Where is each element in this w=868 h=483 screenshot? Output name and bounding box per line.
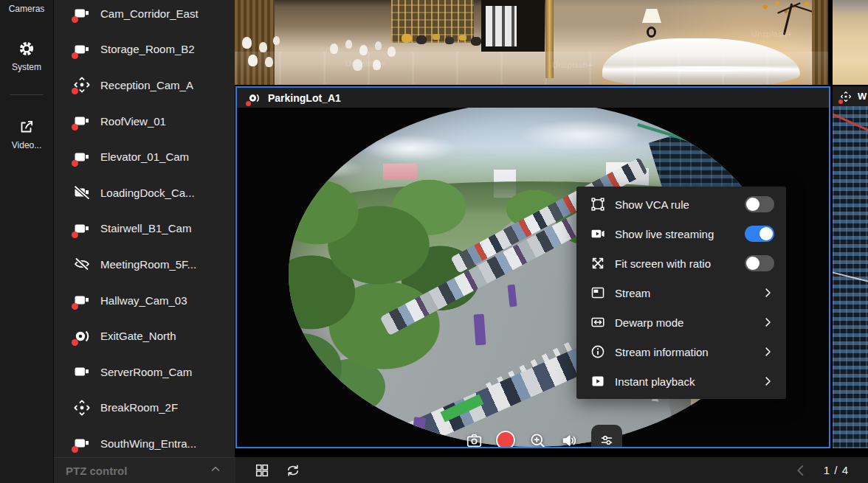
ptz-control-header[interactable]: PTZ control — [54, 457, 235, 483]
ptz-control-label: PTZ control — [66, 465, 127, 477]
menu-item-stream[interactable]: Stream — [576, 278, 786, 307]
cam-off-icon — [73, 184, 91, 201]
rail-item-video-export[interactable]: Video... — [0, 118, 53, 150]
camera-list-item-southwing-entra[interactable]: SouthWing_Entra... — [54, 425, 235, 459]
rail-item-system[interactable]: System — [0, 40, 53, 72]
toggle-off-show-vca-rule[interactable] — [745, 196, 774, 212]
stream-settings-button[interactable] — [591, 425, 622, 447]
stock-watermark: Unsplash+ — [340, 411, 381, 420]
camera-list-item-cam-corridor-east[interactable]: Cam_Corridor_East — [54, 0, 235, 32]
cam-icon — [73, 363, 91, 381]
menu-item-stream-information[interactable]: Stream information — [576, 337, 786, 366]
menu-item-dewarp-mode[interactable]: Dewarp mode — [576, 307, 786, 337]
live-dot — [72, 339, 78, 346]
live-dot — [72, 124, 78, 131]
tile-title: W — [858, 91, 867, 102]
grid-layout-button[interactable] — [254, 462, 270, 479]
camera-list-item-hallway-cam-03[interactable]: Hallway_Cam_03 — [54, 282, 235, 319]
camera-list-item-stairwell-b1-cam[interactable]: Stairwell_B1_Cam — [54, 211, 235, 247]
fisheye-icon — [73, 327, 91, 345]
ptz-icon — [73, 76, 91, 94]
toggle-knob — [746, 257, 760, 270]
rail-cameras-label: Cameras — [9, 4, 45, 14]
chevron-right-icon[interactable] — [761, 286, 774, 299]
ptz-icon — [73, 399, 91, 417]
lobby-lounge-chairs — [402, 34, 412, 43]
cam-icon — [73, 4, 91, 22]
video-tile-right-sliver[interactable]: W — [833, 86, 868, 448]
cam-icon — [73, 41, 91, 58]
menu-item-fit-screen-with-ratio[interactable]: Fit screen with ratio — [576, 249, 786, 278]
toggle-off-fit-screen-with-ratio[interactable] — [745, 255, 774, 271]
rail-system-label: System — [12, 62, 41, 72]
audio-button[interactable] — [559, 431, 579, 447]
rail-divider — [10, 94, 44, 95]
toggle-knob — [760, 227, 773, 240]
menu-item-instant-playback[interactable]: Instant playback — [576, 366, 786, 396]
tile-title: ParkingLot_A1 — [268, 92, 341, 104]
cam-icon — [73, 148, 91, 166]
purple-banner — [474, 314, 486, 346]
layout-toolbar: 1 / 4 — [235, 457, 868, 483]
video-tile-topright-sliver[interactable] — [833, 0, 868, 85]
menu-item-show-vca-rule[interactable]: Show VCA rule — [576, 190, 786, 219]
tile-titlebar: ParkingLot_A1 — [237, 88, 829, 108]
camera-list-item-loadingdock-ca[interactable]: LoadingDock_Ca... — [54, 175, 235, 211]
camera-list-item-elevator-01-cam[interactable]: Elevator_01_Cam — [54, 139, 235, 175]
live-dot — [72, 52, 78, 59]
snapshot-button[interactable] — [464, 431, 483, 447]
info-icon — [590, 344, 606, 360]
ptz-camera-icon — [840, 91, 852, 102]
stream-icon — [590, 285, 606, 301]
chevron-left-icon[interactable] — [793, 462, 809, 479]
live-dot — [72, 160, 78, 167]
tile-context-menu: Show VCA rule Show live streaming Fit sc… — [576, 187, 786, 399]
pagination: 1 / 4 — [793, 462, 868, 479]
eye-off-icon — [73, 255, 91, 273]
live-icon — [590, 226, 606, 242]
camera-list: Cam_Corridor_East Storage_Room_B2 Recept… — [54, 0, 235, 459]
camera-list-item-breakroom-2f[interactable]: BreakRoom_2F — [54, 390, 235, 426]
lobby-floor-reflection — [235, 52, 828, 85]
page-indicator: 1 / 4 — [824, 464, 849, 476]
purple-banner — [411, 417, 426, 447]
camera-list-item-roofview-01[interactable]: RoofView_01 — [54, 103, 235, 139]
rail-video-label: Video... — [12, 140, 41, 150]
video-tile-parkinglot[interactable]: ParkingLot_A1 — [235, 86, 830, 448]
gear-icon — [18, 40, 35, 58]
lobby-door-panes — [486, 6, 517, 46]
playback-icon — [590, 373, 606, 389]
record-button[interactable] — [496, 431, 515, 447]
rail-item-cameras[interactable]: Cameras — [0, 4, 53, 14]
toggle-on-show-live-streaming[interactable] — [745, 226, 774, 242]
live-dot — [72, 303, 78, 310]
toggle-knob — [746, 198, 760, 211]
lobby-lamp-ring — [647, 27, 656, 38]
cam-icon — [73, 291, 91, 309]
live-dot — [838, 100, 843, 104]
live-dot — [72, 232, 78, 238]
fisheye-camera-icon — [247, 91, 261, 105]
video-tile-lobby[interactable]: Unsplash+ Unsplash+ Unsplash+ — [235, 0, 828, 85]
camera-list-item-storage-room-b2[interactable]: Storage_Room_B2 — [54, 32, 235, 68]
lobby-doorway — [481, 0, 545, 52]
video-grid: Unsplash+ Unsplash+ Unsplash+ ParkingLot… — [235, 0, 868, 483]
chevron-right-icon[interactable] — [761, 375, 774, 388]
sequence-refresh-button[interactable] — [285, 462, 301, 479]
chevron-right-icon[interactable] — [761, 316, 774, 329]
camera-list-item-exitgate-north[interactable]: ExitGate_North — [54, 318, 235, 354]
tile-titlebar: W — [833, 86, 868, 106]
share-icon — [18, 118, 35, 136]
zoom-in-button[interactable] — [528, 431, 547, 447]
cam-icon — [73, 434, 91, 452]
lobby-white-chairs — [242, 37, 252, 49]
menu-item-show-live-streaming[interactable]: Show live streaming — [576, 219, 786, 249]
camera-list-item-meetingroom-5f[interactable]: MeetingRoom_5F... — [54, 246, 235, 282]
vca-icon — [590, 196, 606, 212]
camera-list-item-serverroom-cam[interactable]: ServerRoom_Cam — [54, 354, 235, 390]
chevron-right-icon[interactable] — [761, 345, 774, 358]
live-dot — [246, 101, 251, 106]
cam-icon — [73, 220, 91, 237]
dewarp-icon — [590, 314, 606, 330]
camera-list-item-reception-cam-a[interactable]: Reception_Cam_A — [54, 67, 235, 103]
